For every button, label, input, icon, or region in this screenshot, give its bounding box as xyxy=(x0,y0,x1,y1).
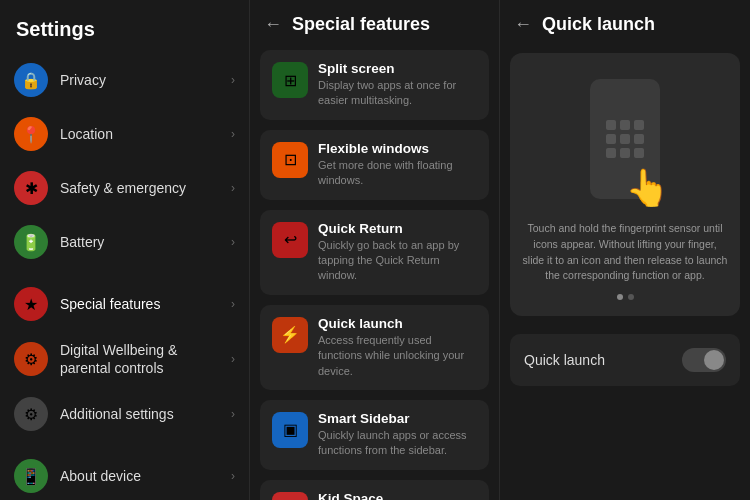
feature-quick-launch[interactable]: ⚡ Quick launch Access frequently used fu… xyxy=(260,305,489,390)
grid-dot xyxy=(620,134,630,144)
toggle-knob xyxy=(704,350,724,370)
quick-launch-title: Quick launch xyxy=(542,14,655,35)
back-button-special[interactable]: ← xyxy=(264,14,282,35)
settings-item-additional[interactable]: ⚙ Additional settings › xyxy=(0,387,249,441)
flexible-windows-text: Flexible windows Get more done with floa… xyxy=(318,141,477,189)
privacy-label: Privacy xyxy=(60,71,231,89)
special-features-panel: ← Special features ⊞ Split screen Displa… xyxy=(250,0,500,500)
back-button-quick-launch[interactable]: ← xyxy=(514,14,532,35)
carousel-dot-2 xyxy=(628,294,634,300)
split-screen-text: Split screen Display two apps at once fo… xyxy=(318,61,477,109)
wellbeing-label: Digital Wellbeing & parental controls xyxy=(60,341,231,377)
carousel-dot-1 xyxy=(617,294,623,300)
hand-icon: 👆 xyxy=(625,167,670,209)
additional-label: Additional settings xyxy=(60,405,231,423)
quick-return-text: Quick Return Quickly go back to an app b… xyxy=(318,221,477,284)
wellbeing-chevron: › xyxy=(231,352,235,366)
grid-dot xyxy=(606,134,616,144)
quick-launch-panel: ← Quick launch 👆 Touch and hold the f xyxy=(500,0,750,500)
split-screen-icon: ⊞ xyxy=(272,62,308,98)
quick-launch-toggle-row: Quick launch xyxy=(510,334,740,386)
location-chevron: › xyxy=(231,127,235,141)
kid-space-text: Kid Space Digital Wellbeing starts early… xyxy=(318,491,459,500)
privacy-icon: 🔒 xyxy=(14,63,48,97)
smart-sidebar-title: Smart Sidebar xyxy=(318,411,477,426)
phone-grid xyxy=(600,114,650,164)
settings-item-about[interactable]: 📱 About device › xyxy=(0,449,249,500)
special-features-header: ← Special features xyxy=(250,0,499,45)
location-label: Location xyxy=(60,125,231,143)
safety-label: Safety & emergency xyxy=(60,179,231,197)
feature-flexible-windows[interactable]: ⊡ Flexible windows Get more done with fl… xyxy=(260,130,489,200)
feature-kid-space[interactable]: 😊 Kid Space Digital Wellbeing starts ear… xyxy=(260,480,489,500)
flexible-windows-desc: Get more done with floating windows. xyxy=(318,158,477,189)
smart-sidebar-text: Smart Sidebar Quickly launch apps or acc… xyxy=(318,411,477,459)
location-icon: 📍 xyxy=(14,117,48,151)
settings-panel: Settings 🔒 Privacy › 📍 Location › ✱ Safe… xyxy=(0,0,250,500)
settings-item-privacy[interactable]: 🔒 Privacy › xyxy=(0,53,249,107)
additional-icon: ⚙ xyxy=(14,397,48,431)
carousel-dots xyxy=(617,294,634,300)
wellbeing-icon: ⚙ xyxy=(14,342,48,376)
quick-launch-title: Quick launch xyxy=(318,316,477,331)
battery-label: Battery xyxy=(60,233,231,251)
battery-chevron: › xyxy=(231,235,235,249)
safety-icon: ✱ xyxy=(14,171,48,205)
grid-dot xyxy=(634,120,644,130)
settings-item-battery[interactable]: 🔋 Battery › xyxy=(0,215,249,269)
quick-launch-icon: ⚡ xyxy=(272,317,308,353)
quick-return-icon: ↩ xyxy=(272,222,308,258)
privacy-chevron: › xyxy=(231,73,235,87)
feature-smart-sidebar[interactable]: ▣ Smart Sidebar Quickly launch apps or a… xyxy=(260,400,489,470)
split-screen-desc: Display two apps at once for easier mult… xyxy=(318,78,477,109)
settings-item-wellbeing[interactable]: ⚙ Digital Wellbeing & parental controls … xyxy=(0,331,249,387)
feature-quick-return[interactable]: ↩ Quick Return Quickly go back to an app… xyxy=(260,210,489,295)
special-icon: ★ xyxy=(14,287,48,321)
about-icon: 📱 xyxy=(14,459,48,493)
smart-sidebar-desc: Quickly launch apps or access functions … xyxy=(318,428,477,459)
about-label: About device xyxy=(60,467,231,485)
flexible-windows-icon: ⊡ xyxy=(272,142,308,178)
about-chevron: › xyxy=(231,469,235,483)
quick-launch-desc: Access frequently used functions while u… xyxy=(318,333,477,379)
grid-dot xyxy=(620,120,630,130)
feature-split-screen[interactable]: ⊞ Split screen Display two apps at once … xyxy=(260,50,489,120)
grid-dot xyxy=(606,148,616,158)
grid-dot xyxy=(634,148,644,158)
grid-dot xyxy=(606,120,616,130)
quick-launch-toggle-label: Quick launch xyxy=(524,352,605,368)
quick-launch-description: Touch and hold the fingerprint sensor un… xyxy=(522,221,728,284)
smart-sidebar-icon: ▣ xyxy=(272,412,308,448)
split-screen-title: Split screen xyxy=(318,61,477,76)
special-features-title: Special features xyxy=(292,14,430,35)
special-label: Special features xyxy=(60,295,231,313)
quick-launch-preview: 👆 Touch and hold the fingerprint sensor … xyxy=(510,53,740,316)
kid-space-title: Kid Space xyxy=(318,491,459,500)
battery-icon: 🔋 xyxy=(14,225,48,259)
kid-space-icon: 😊 xyxy=(272,492,308,500)
settings-header: Settings xyxy=(0,0,249,53)
settings-item-special[interactable]: ★ Special features › xyxy=(0,277,249,331)
settings-item-location[interactable]: 📍 Location › xyxy=(0,107,249,161)
grid-dot xyxy=(634,134,644,144)
settings-item-safety[interactable]: ✱ Safety & emergency › xyxy=(0,161,249,215)
grid-dot xyxy=(620,148,630,158)
phone-graphic: 👆 xyxy=(580,69,670,209)
flexible-windows-title: Flexible windows xyxy=(318,141,477,156)
quick-launch-toggle[interactable] xyxy=(682,348,726,372)
quick-launch-text: Quick launch Access frequently used func… xyxy=(318,316,477,379)
quick-return-title: Quick Return xyxy=(318,221,477,236)
quick-launch-header: ← Quick launch xyxy=(500,0,750,45)
special-chevron: › xyxy=(231,297,235,311)
quick-return-desc: Quickly go back to an app by tapping the… xyxy=(318,238,477,284)
additional-chevron: › xyxy=(231,407,235,421)
safety-chevron: › xyxy=(231,181,235,195)
